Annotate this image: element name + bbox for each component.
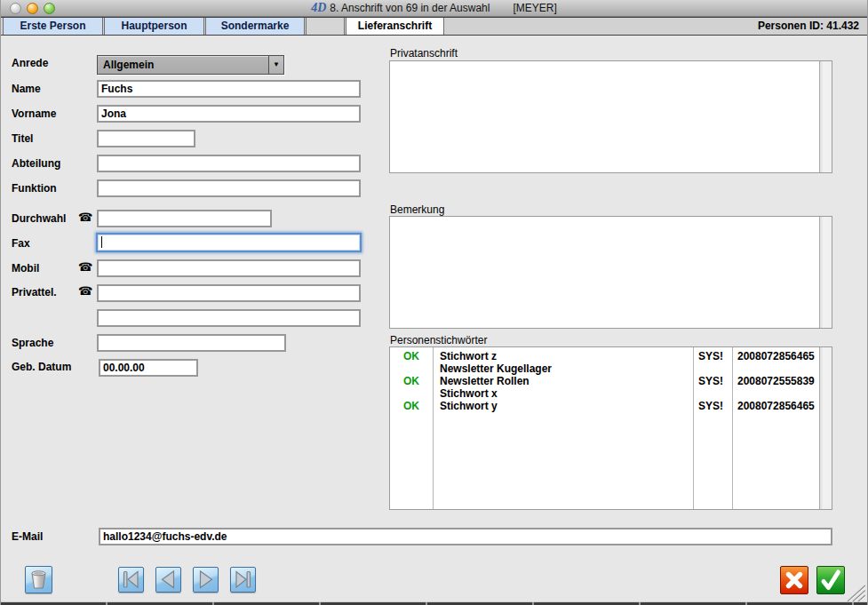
first-record-icon <box>119 568 143 592</box>
tab-bar: Erste Person Hauptperson Sondermarke Lie… <box>1 17 867 36</box>
privatanschrift-textarea[interactable] <box>389 60 832 173</box>
number-cell: 2008072856465 <box>732 400 818 412</box>
tab-hauptperson[interactable]: Hauptperson <box>104 18 204 35</box>
personenstichwoerter-label: Personenstichwörter <box>390 334 487 346</box>
geb-datum-input[interactable] <box>99 359 198 377</box>
funktion-label: Funktion <box>12 182 57 195</box>
sys-cell <box>693 387 732 400</box>
geb-datum-label: Geb. Datum <box>12 361 71 373</box>
email-input[interactable] <box>99 528 832 545</box>
phone-icon: ☎ <box>78 285 92 297</box>
keyword-cell: Stichwort z <box>433 350 693 362</box>
tab-lieferanschrift[interactable]: Lieferanschrift <box>346 18 444 35</box>
abteilung-input[interactable] <box>97 155 361 172</box>
titel-label: Titel <box>12 132 33 145</box>
vorname-input[interactable] <box>97 105 361 123</box>
list-item[interactable]: OK Newsletter Rollen SYS! 2008072555839 <box>390 375 818 387</box>
personenstichwoerter-list[interactable]: OK Stichwort z SYS! 2008072856465 Newsle… <box>389 346 832 510</box>
durchwahl-label: Durchwahl <box>12 212 66 225</box>
scrollbar[interactable] <box>819 61 832 172</box>
titel-input[interactable] <box>97 130 195 147</box>
tab-sondermarke[interactable]: Sondermarke <box>205 18 305 35</box>
mobil-label: Mobil <box>12 262 39 275</box>
confirm-button[interactable] <box>816 566 845 594</box>
phone-icon: ☎ <box>78 211 92 223</box>
keyword-cell: Newsletter Kugellager <box>433 362 693 375</box>
confirm-check-icon <box>817 567 844 593</box>
tab-erste-person[interactable]: Erste Person <box>3 18 103 35</box>
phone-icon: ☎ <box>78 261 92 273</box>
first-record-button[interactable] <box>118 567 144 593</box>
person-id-label: Personen ID: 41.432 <box>758 18 859 35</box>
anrede-dropdown[interactable]: Allgemein ▼ <box>97 55 284 75</box>
status-badge: OK <box>390 375 433 387</box>
list-item[interactable]: Stichwort x <box>390 387 818 400</box>
status-badge: OK <box>390 350 433 362</box>
text-caret <box>101 236 102 248</box>
privattel-input[interactable] <box>97 284 361 302</box>
cancel-button[interactable] <box>780 566 808 594</box>
status-badge <box>390 387 433 400</box>
titlebar: 4D8. Anschrift von 69 in der Auswahl[MEY… <box>1 0 867 17</box>
tab-spacer <box>306 18 345 35</box>
window-bottom-edge <box>1 601 867 605</box>
previous-record-button[interactable] <box>155 567 181 593</box>
email-label: E-Mail <box>12 530 43 543</box>
next-record-button[interactable] <box>193 567 219 593</box>
status-badge <box>390 362 433 375</box>
anrede-label: Anrede <box>12 57 48 69</box>
sprache-label: Sprache <box>12 337 53 349</box>
privattel-label: Privattel. <box>12 286 57 299</box>
abteilung-label: Abteilung <box>12 157 60 170</box>
sys-cell: SYS! <box>693 375 732 387</box>
number-cell <box>732 362 818 375</box>
list-item[interactable]: OK Stichwort z SYS! 2008072856465 <box>390 350 818 362</box>
durchwahl-input[interactable] <box>97 210 272 227</box>
list-item[interactable]: OK Stichwort y SYS! 2008072856465 <box>390 400 818 412</box>
name-label: Name <box>12 83 41 95</box>
keyword-cell: Newsletter Rollen <box>433 375 693 387</box>
trash-icon <box>26 567 52 593</box>
app-window: 4D8. Anschrift von 69 in der Auswahl[MEY… <box>0 0 868 605</box>
last-record-button[interactable] <box>230 567 256 593</box>
chevron-down-icon: ▼ <box>268 56 283 74</box>
sprache-input[interactable] <box>97 334 286 352</box>
number-cell <box>732 387 818 400</box>
window-title-text: 8. Anschrift von 69 in der Auswahl <box>330 2 490 14</box>
bemerkung-label: Bemerkung <box>390 203 444 216</box>
bemerkung-textarea[interactable] <box>389 216 832 329</box>
keyword-cell: Stichwort x <box>433 387 693 400</box>
mobil-input[interactable] <box>97 259 361 277</box>
number-cell: 2008072856465 <box>732 350 818 362</box>
number-cell: 2008072555839 <box>732 375 818 387</box>
scrollbar[interactable] <box>819 347 832 509</box>
window-title: 4D8. Anschrift von 69 in der Auswahl[MEY… <box>1 0 867 17</box>
keyword-cell: Stichwort y <box>433 400 693 412</box>
status-badge: OK <box>390 400 433 412</box>
privattel2-input[interactable] <box>97 309 361 327</box>
last-record-icon <box>231 568 255 592</box>
sys-cell: SYS! <box>693 350 732 362</box>
scrollbar[interactable] <box>819 217 832 328</box>
anrede-dropdown-value: Allgemein <box>103 56 267 74</box>
fax-input[interactable] <box>96 233 362 252</box>
window-title-owner: [MEYER] <box>513 2 556 14</box>
funktion-input[interactable] <box>97 179 361 197</box>
fax-label: Fax <box>12 237 30 250</box>
keyword-rows: OK Stichwort z SYS! 2008072856465 Newsle… <box>390 350 818 412</box>
next-record-icon <box>194 568 218 592</box>
4d-logo-icon: 4D <box>311 1 326 14</box>
vorname-label: Vorname <box>12 107 56 120</box>
sys-cell: SYS! <box>693 400 732 412</box>
sys-cell <box>693 362 732 375</box>
privatanschrift-label: Privatanschrift <box>390 47 458 60</box>
list-item[interactable]: Newsletter Kugellager <box>390 362 818 375</box>
previous-record-icon <box>156 568 180 592</box>
name-input[interactable] <box>97 80 361 98</box>
resize-grip[interactable] <box>846 585 865 601</box>
delete-record-button[interactable] <box>25 566 52 593</box>
cancel-x-icon <box>781 567 808 593</box>
